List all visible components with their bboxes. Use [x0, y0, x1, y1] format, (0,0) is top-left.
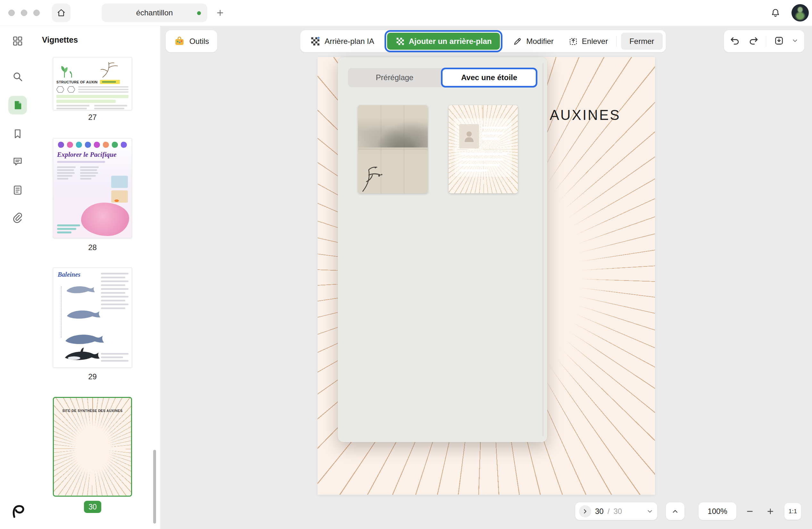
- panel-title: Vignettes: [42, 35, 78, 45]
- save-button[interactable]: [773, 35, 784, 47]
- sidebar-rail: [0, 26, 35, 529]
- thumbnails-panel: Vignettes STRUCTURE OF AUXIN: [35, 26, 161, 529]
- thumb28-heading: Explorer le Pacifique: [57, 151, 128, 159]
- bell-icon: [770, 8, 781, 18]
- actual-size-button[interactable]: 1:1: [784, 503, 801, 520]
- pager-control: 30 / 30: [575, 502, 657, 520]
- save-icon: [773, 35, 784, 46]
- panel-scrollbar[interactable]: [153, 450, 156, 524]
- document-tab[interactable]: échantillon: [102, 3, 207, 22]
- remove-label: Enlever: [582, 37, 608, 46]
- chemical-structures: [56, 86, 129, 93]
- thumbnail-page-30-selected[interactable]: SITE DE SYNTHÈSE DES AUXINES: [53, 397, 132, 497]
- sidebar-item-apps[interactable]: [8, 32, 27, 50]
- avatar[interactable]: [792, 4, 809, 22]
- thumbnail-page-27[interactable]: STRUCTURE OF AUXIN: [53, 57, 132, 110]
- chevron-up-icon: [671, 507, 679, 515]
- whale-art: [62, 331, 111, 349]
- whale-art: [64, 308, 106, 323]
- text-columns-placeholder: [57, 167, 100, 180]
- popover-tab-bar: Préréglage Avec une étoile: [348, 68, 537, 87]
- ai-background-icon: [310, 36, 321, 47]
- thumbnail-page-28[interactable]: Explorer le Pacifique: [53, 138, 132, 238]
- text-lines-placeholder: [101, 353, 129, 362]
- notifications-button[interactable]: [767, 4, 784, 21]
- thumb29-heading: Baleines: [58, 271, 81, 278]
- current-page[interactable]: 30: [595, 507, 604, 516]
- add-background-icon: [395, 37, 405, 46]
- zoom-level[interactable]: 100%: [699, 502, 736, 520]
- window-minimize-button[interactable]: [21, 10, 27, 16]
- ai-background-button[interactable]: Arrière-plan IA: [303, 30, 381, 52]
- page-thumbnails-icon: [12, 99, 24, 111]
- speech-bubble-icon: [12, 156, 24, 167]
- preset-starburst[interactable]: [449, 105, 518, 193]
- photo-placeholders: [111, 176, 128, 203]
- window-controls: [8, 10, 40, 16]
- remove-button[interactable]: Enlever: [562, 30, 614, 52]
- tools-button[interactable]: Outils: [166, 30, 217, 52]
- thumb30-heading: SITE DE SYNTHÈSE DES AUXINES: [58, 409, 126, 413]
- tab-with-star[interactable]: Avec une étoile: [443, 69, 536, 86]
- timeline-dotted-line: [61, 286, 61, 338]
- highlighted-label: [100, 80, 120, 84]
- background-toolbar: Arrière-plan IA Ajouter un arrière-plan …: [300, 30, 666, 52]
- window-zoom-button[interactable]: [33, 10, 40, 16]
- add-background-label: Ajouter un arrière-plan: [409, 37, 492, 46]
- sidebar-item-search[interactable]: [8, 67, 27, 86]
- zoom-in-button[interactable]: [763, 502, 778, 520]
- add-background-button[interactable]: Ajouter un arrière-plan: [387, 33, 500, 50]
- text-columns-placeholder: [56, 105, 129, 110]
- document-lines-icon: [12, 184, 24, 196]
- subtitle-placeholder: [57, 161, 105, 163]
- pager-collapse-button[interactable]: [579, 505, 591, 517]
- new-tab-button[interactable]: [213, 5, 228, 20]
- whale-art: [64, 284, 100, 297]
- remove-background-icon: [568, 37, 578, 46]
- page-separator: /: [608, 507, 610, 516]
- thumbnail-number: 27: [53, 113, 132, 122]
- chevron-down-icon: [792, 37, 799, 44]
- plus-icon: [766, 507, 774, 516]
- zoom-out-button[interactable]: [742, 502, 757, 520]
- page-up-button[interactable]: [666, 502, 684, 520]
- home-button[interactable]: [52, 3, 71, 22]
- ink-branch-art: [360, 159, 398, 192]
- current-page-badge: 30: [84, 501, 101, 513]
- thumbnail-number: 29: [53, 372, 132, 381]
- toolbar-divider: [616, 36, 617, 47]
- undo-button[interactable]: [730, 35, 741, 47]
- edit-button[interactable]: Modifier: [506, 30, 560, 52]
- tab-preset[interactable]: Préréglage: [348, 68, 441, 87]
- background-popover: Préréglage Avec une étoile: [338, 57, 547, 442]
- bookmark-icon: [12, 128, 24, 140]
- sidebar-item-attachments[interactable]: [8, 209, 27, 227]
- undo-icon: [730, 35, 741, 46]
- page-down-button[interactable]: [646, 508, 653, 515]
- popover-scrollbar[interactable]: [542, 63, 543, 437]
- ai-background-label: Arrière-plan IA: [324, 37, 374, 46]
- app-window: SITE DE SYNTHÈSE DES AUXINES Préréglage …: [0, 0, 812, 529]
- thumbnail-page-29[interactable]: Baleines: [53, 267, 132, 368]
- thumbnail-number: 28: [53, 243, 132, 252]
- app-logo[interactable]: [9, 503, 26, 519]
- preset-ink-painting[interactable]: [358, 105, 428, 193]
- zoom-value: 100%: [708, 507, 727, 516]
- save-more-button[interactable]: [792, 37, 799, 45]
- unsaved-indicator-dot: [197, 11, 201, 15]
- sidebar-item-document[interactable]: [8, 181, 27, 199]
- redo-button[interactable]: [748, 35, 759, 47]
- edit-label: Modifier: [526, 37, 553, 46]
- tools-label: Outils: [189, 37, 209, 46]
- branch-art: [100, 60, 127, 78]
- redo-icon: [748, 35, 759, 46]
- window-close-button[interactable]: [8, 10, 15, 16]
- sidebar-item-thumbnails[interactable]: [8, 96, 27, 114]
- app-logo-icon: [9, 503, 26, 519]
- chevron-down-icon: [646, 508, 653, 515]
- sidebar-item-annotations[interactable]: [8, 152, 27, 171]
- close-button[interactable]: Fermer: [621, 33, 662, 50]
- sprout-art: [58, 60, 79, 78]
- sidebar-item-bookmarks[interactable]: [8, 124, 27, 143]
- photo-placeholder: [459, 124, 479, 148]
